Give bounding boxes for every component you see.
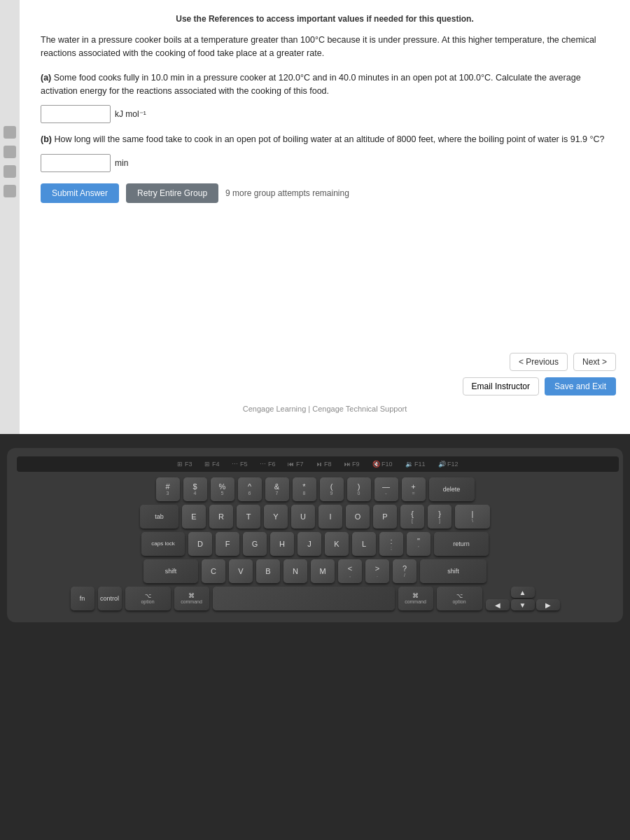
- f12-key[interactable]: 🔊 F12: [438, 461, 458, 468]
- sidebar-icon-1[interactable]: [4, 126, 16, 139]
- save-exit-button[interactable]: Save and Exit: [545, 377, 616, 396]
- email-instructor-button[interactable]: Email Instructor: [463, 377, 539, 396]
- key-y[interactable]: Y: [264, 505, 288, 528]
- caps-lock-key[interactable]: caps lock: [141, 532, 185, 556]
- sidebar-icon-4[interactable]: [4, 185, 16, 197]
- left-shift-key[interactable]: shift: [144, 559, 198, 583]
- bottom-row: fn control ⌥ option ⌘ command ⌘ command …: [17, 587, 613, 610]
- arrow-down-key[interactable]: ▼: [511, 599, 535, 610]
- key-b[interactable]: B: [256, 559, 280, 583]
- key-4[interactable]: $4: [183, 477, 207, 501]
- key-c[interactable]: C: [202, 559, 225, 583]
- arrow-left-key[interactable]: ◀: [486, 599, 510, 610]
- key-6[interactable]: ^6: [238, 477, 262, 501]
- key-n[interactable]: N: [284, 559, 307, 583]
- key-r[interactable]: R: [209, 505, 233, 528]
- cengage-footer: Cengage Learning | Cengage Technical Sup…: [243, 405, 407, 413]
- key-h[interactable]: H: [270, 532, 294, 556]
- question-a-text: (a) Some food cooks fully in 10.0 min in…: [41, 71, 609, 99]
- question-b-text: (b) How long will the same food take to …: [41, 133, 609, 146]
- key-5[interactable]: %5: [211, 477, 234, 501]
- touch-bar: ⊞ F3 ⊞ F4 ⋯ F5 ⋯ F6 ⏮ F7 ⏯ F8 ⏭ F9 🔇 F10…: [17, 456, 619, 472]
- key-8[interactable]: *8: [293, 477, 316, 501]
- keyboard-area: ⊞ F3 ⊞ F4 ⋯ F5 ⋯ F6 ⏮ F7 ⏯ F8 ⏭ F9 🔇 F10…: [0, 434, 630, 840]
- number-row: #3 $4 %5 ^6 &7 *8 (9 )0 —- += delete: [17, 477, 613, 501]
- next-button[interactable]: Next >: [573, 353, 616, 371]
- key-l[interactable]: L: [352, 532, 376, 556]
- key-9[interactable]: (9: [320, 477, 344, 501]
- previous-button[interactable]: < Previous: [510, 353, 568, 371]
- key-minus[interactable]: —-: [374, 477, 398, 501]
- fn-key[interactable]: fn: [71, 587, 94, 610]
- retry-group-button[interactable]: Retry Entire Group: [126, 183, 218, 203]
- key-t[interactable]: T: [237, 505, 260, 528]
- arrow-right-key[interactable]: ▶: [536, 599, 560, 610]
- key-equals[interactable]: +=: [402, 477, 426, 501]
- return-key[interactable]: return: [434, 532, 489, 556]
- asdf-row: caps lock D F G H J K L :; "' return: [17, 532, 613, 556]
- key-k[interactable]: K: [325, 532, 349, 556]
- key-leftbracket[interactable]: {[: [400, 505, 424, 528]
- key-g[interactable]: G: [243, 532, 267, 556]
- key-0[interactable]: )0: [347, 477, 371, 501]
- input-b-row: min: [41, 154, 609, 172]
- pagination-nav: < Previous Next >: [510, 353, 616, 371]
- attempts-remaining: 9 more group attempts remaining: [225, 188, 349, 198]
- option-right-key[interactable]: ⌥ option: [437, 587, 482, 610]
- f8-key[interactable]: ⏯ F8: [316, 461, 332, 468]
- command-right-key[interactable]: ⌘ command: [398, 587, 433, 610]
- key-p[interactable]: P: [373, 505, 397, 528]
- unit-a-label: kJ mol⁻¹: [115, 109, 146, 119]
- key-quote[interactable]: "': [407, 532, 430, 556]
- key-comma[interactable]: <,: [338, 559, 362, 583]
- key-e[interactable]: E: [182, 505, 206, 528]
- f4-key[interactable]: ⊞ F4: [204, 461, 219, 468]
- key-d[interactable]: D: [188, 532, 212, 556]
- sidebar-icon-2[interactable]: [4, 146, 16, 158]
- f3-key[interactable]: ⊞ F3: [177, 461, 192, 468]
- control-key[interactable]: control: [98, 587, 122, 610]
- key-f[interactable]: F: [216, 532, 239, 556]
- browser-content-area: ‹ Use the References to access important…: [0, 0, 630, 434]
- f11-key[interactable]: 🔉 F11: [405, 461, 426, 468]
- question-b-block: (b) How long will the same food take to …: [41, 133, 609, 172]
- key-rightbracket[interactable]: }]: [428, 505, 451, 528]
- f5-key[interactable]: ⋯ F5: [232, 461, 247, 468]
- arrow-up-key[interactable]: ▲: [511, 587, 535, 598]
- f7-key[interactable]: ⏮ F7: [288, 461, 303, 468]
- key-7[interactable]: &7: [265, 477, 289, 501]
- key-i[interactable]: I: [318, 505, 342, 528]
- key-v[interactable]: V: [229, 559, 253, 583]
- submit-answer-button[interactable]: Submit Answer: [41, 183, 119, 203]
- unit-b-label: min: [115, 158, 128, 168]
- key-j[interactable]: J: [298, 532, 321, 556]
- intro-paragraph: The water in a pressure cooker boils at …: [41, 34, 609, 60]
- top-reference-note: Use the References to access important v…: [41, 14, 609, 24]
- input-b-field[interactable]: [41, 154, 111, 172]
- key-period[interactable]: >.: [365, 559, 389, 583]
- key-o[interactable]: O: [346, 505, 370, 528]
- command-left-key[interactable]: ⌘ command: [174, 587, 209, 610]
- key-backslash[interactable]: |\: [455, 505, 490, 528]
- space-key[interactable]: [213, 587, 395, 610]
- tab-key[interactable]: tab: [140, 505, 178, 528]
- option-left-key[interactable]: ⌥ option: [125, 587, 171, 610]
- question-a-block: (a) Some food cooks fully in 10.0 min in…: [41, 71, 609, 124]
- qwerty-row: tab E R T Y U I O P {[ }] |\: [17, 505, 613, 528]
- f10-key[interactable]: 🔇 F10: [372, 461, 393, 468]
- key-m[interactable]: M: [311, 559, 335, 583]
- input-a-row: kJ mol⁻¹: [41, 105, 609, 123]
- sidebar-icon-3[interactable]: [4, 165, 16, 178]
- key-slash[interactable]: ?/: [393, 559, 416, 583]
- key-u[interactable]: U: [291, 505, 315, 528]
- key-3[interactable]: #3: [156, 477, 180, 501]
- action-buttons: Submit Answer Retry Entire Group 9 more …: [41, 183, 609, 203]
- footer-action-buttons: Email Instructor Save and Exit: [463, 377, 616, 396]
- right-shift-key[interactable]: shift: [420, 559, 486, 583]
- f9-key[interactable]: ⏭ F9: [344, 461, 360, 468]
- delete-key[interactable]: delete: [429, 477, 475, 501]
- key-semicolon[interactable]: :;: [379, 532, 403, 556]
- f6-key[interactable]: ⋯ F6: [260, 461, 275, 468]
- keyboard: ⊞ F3 ⊞ F4 ⋯ F5 ⋯ F6 ⏮ F7 ⏯ F8 ⏭ F9 🔇 F10…: [7, 448, 623, 622]
- input-a-field[interactable]: [41, 105, 111, 123]
